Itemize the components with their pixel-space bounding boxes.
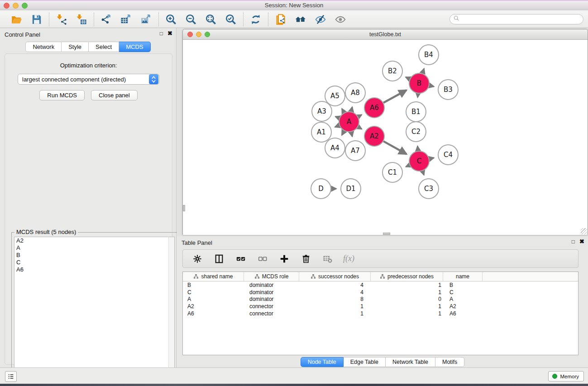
cell[interactable]: A <box>183 296 244 303</box>
export-network-icon[interactable] <box>100 13 113 26</box>
tab-style[interactable]: Style <box>62 42 89 52</box>
refresh-icon[interactable] <box>249 13 262 26</box>
edge-C-C4[interactable] <box>430 158 434 159</box>
graph-node-C1[interactable]: C1 <box>382 162 402 182</box>
cell[interactable]: 4 <box>299 289 371 296</box>
tab-network[interactable]: Network <box>25 42 62 52</box>
tab-select[interactable]: Select <box>89 42 119 52</box>
tab-network-table[interactable]: Network Table <box>386 357 435 367</box>
graph-node-A5[interactable]: A5 <box>325 86 345 106</box>
tab-edge-table[interactable]: Edge Table <box>344 357 386 367</box>
home-icon[interactable] <box>294 13 307 26</box>
criterion-dropdown[interactable]: largest connected component (directed) <box>18 74 159 85</box>
graph-node-A3[interactable]: A3 <box>312 101 332 121</box>
network-close-button[interactable] <box>187 32 193 37</box>
graph-node-B4[interactable]: B4 <box>419 45 439 65</box>
edge-B-B1[interactable] <box>418 94 418 97</box>
table-row[interactable]: Cdominator41C <box>183 289 578 296</box>
edge-C-C1[interactable] <box>406 165 410 167</box>
network-canvas[interactable]: AA1A2A3A4A5A6A7A8BB1B2B3B4CC1C2C3C4DD1 <box>183 40 588 235</box>
vertical-scroll-thumb[interactable] <box>183 205 185 211</box>
cell[interactable]: 0 <box>371 296 443 303</box>
cell[interactable]: connector <box>244 303 299 310</box>
gear-icon[interactable] <box>191 253 204 265</box>
close-panel-button[interactable]: Close panel <box>91 90 138 100</box>
graph-node-D[interactable]: D <box>311 179 331 199</box>
edge-A-A4[interactable] <box>342 131 344 135</box>
cell[interactable]: 1 <box>371 289 443 296</box>
close-icon[interactable]: ✖ <box>167 31 172 36</box>
cell[interactable]: A2 <box>183 303 244 310</box>
select-all-icon[interactable] <box>234 253 247 265</box>
import-network-icon[interactable] <box>55 13 68 26</box>
column-header-successor-nodes[interactable]: successor nodes <box>299 272 371 281</box>
zoom-selected-icon[interactable] <box>225 13 237 26</box>
search-input[interactable] <box>460 15 583 24</box>
cell[interactable]: 1 <box>371 303 443 310</box>
float-icon[interactable]: □ <box>160 31 163 36</box>
graph-node-B3[interactable]: B3 <box>438 80 458 100</box>
tab-node-table[interactable]: Node Table <box>301 357 344 367</box>
column-header-MCDS-role[interactable]: MCDS role <box>244 272 299 281</box>
deselect-all-icon[interactable] <box>256 253 269 265</box>
graph-node-A8[interactable]: A8 <box>345 83 365 103</box>
cell[interactable]: dominator <box>244 289 299 296</box>
result-item[interactable]: A6 <box>14 266 174 273</box>
show-details-icon[interactable] <box>334 13 347 26</box>
table-row[interactable]: Adominator80A <box>183 296 578 303</box>
column-header-name[interactable]: name <box>443 272 483 281</box>
graph-node-C2[interactable]: C2 <box>406 122 426 142</box>
cell[interactable]: B <box>443 281 483 289</box>
cell[interactable]: dominator <box>244 296 299 303</box>
column-header-shared-name[interactable]: shared name <box>183 272 244 281</box>
cell[interactable]: 1 <box>299 310 371 317</box>
cell[interactable]: connector <box>244 310 299 317</box>
table-row[interactable]: A2connector11A2 <box>183 303 578 310</box>
columns-icon[interactable] <box>213 253 225 265</box>
open-folder-icon[interactable] <box>10 13 23 26</box>
resize-grip[interactable] <box>581 228 587 234</box>
column-header-predecessor-nodes[interactable]: predecessor nodes <box>371 272 443 281</box>
network-window-titlebar[interactable]: testGlobe.txt <box>183 29 588 40</box>
graph-node-A[interactable]: A <box>339 112 359 132</box>
graph-node-C4[interactable]: C4 <box>438 145 458 165</box>
cell[interactable]: 1 <box>371 310 443 317</box>
close-window-button[interactable] <box>4 3 10 9</box>
table-row[interactable]: Bdominator41B <box>183 281 578 289</box>
edge-A6-B[interactable] <box>383 90 406 103</box>
result-scrollbar[interactable] <box>168 237 174 384</box>
graph-node-A7[interactable]: A7 <box>345 141 365 161</box>
export-table-icon[interactable] <box>120 13 133 26</box>
edge-B-B2[interactable] <box>406 77 410 79</box>
graph-node-C3[interactable]: C3 <box>419 179 439 199</box>
network-minimize-button[interactable] <box>196 32 201 37</box>
cell[interactable]: A6 <box>443 310 483 317</box>
zoom-in-icon[interactable] <box>165 13 177 26</box>
save-icon[interactable] <box>30 13 43 26</box>
minimize-window-button[interactable] <box>13 3 19 9</box>
edge-A-A2[interactable] <box>358 127 362 129</box>
edge-B-B3[interactable] <box>430 86 434 86</box>
cell[interactable]: 1 <box>299 303 371 310</box>
graph-node-B1[interactable]: B1 <box>406 102 426 122</box>
edge-A2-C[interactable] <box>383 141 406 154</box>
cell[interactable]: A <box>443 296 483 303</box>
result-item[interactable]: A2 <box>14 237 174 244</box>
edge-C-C2[interactable] <box>417 146 418 151</box>
add-icon[interactable] <box>278 253 291 265</box>
horizontal-scroll-thumb[interactable] <box>383 233 390 235</box>
zoom-window-button[interactable] <box>22 3 28 9</box>
cell[interactable]: C <box>183 289 244 296</box>
graph-node-D1[interactable]: D1 <box>341 179 361 199</box>
cell[interactable]: A6 <box>183 310 244 317</box>
memory-button[interactable]: Memory <box>548 371 584 381</box>
cell[interactable]: C <box>443 289 483 296</box>
cell[interactable]: B <box>183 281 244 289</box>
export-image-icon[interactable] <box>140 13 153 26</box>
graph-node-A2[interactable]: A2 <box>364 126 384 146</box>
table-row[interactable]: A6connector11A6 <box>183 310 578 317</box>
function-builder-button[interactable]: f(x) <box>343 254 354 263</box>
task-history-button[interactable] <box>5 371 17 382</box>
cell[interactable]: 8 <box>299 296 371 303</box>
edge-A-A6[interactable] <box>358 115 362 117</box>
